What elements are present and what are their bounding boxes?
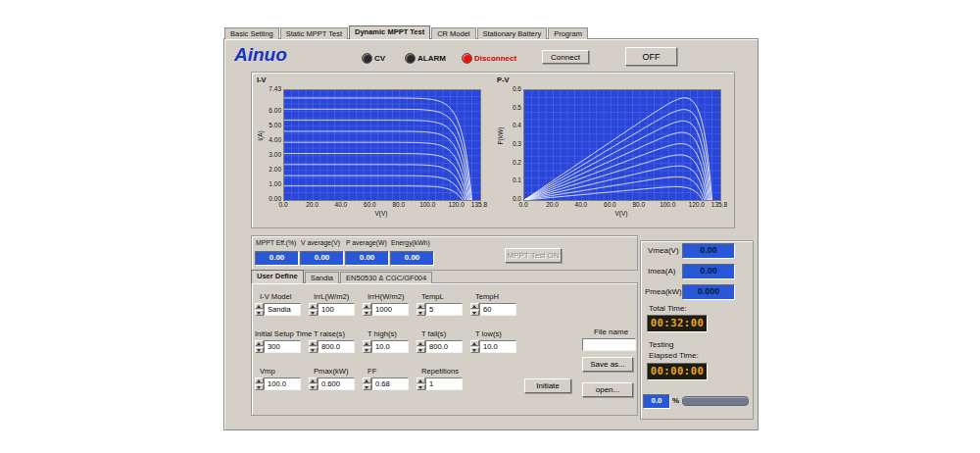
spin-down-icon[interactable]	[416, 347, 425, 353]
tab-user-define[interactable]: User Define	[251, 270, 304, 283]
field-label: T low(s)	[470, 329, 516, 340]
spin-down-icon[interactable]	[363, 310, 371, 316]
y-axis-ticks: 7.436.005.004.003.002.001.000.00	[258, 76, 281, 213]
field-initial-setup-time: Initial Setup Time	[255, 329, 301, 353]
field-templ: TempL	[416, 292, 463, 316]
off-button[interactable]: OFF	[625, 47, 677, 66]
spin-down-icon[interactable]	[416, 384, 425, 390]
tab-en50530[interactable]: EN50530 & CGC/GF004	[340, 272, 432, 283]
x-tick: 60.0	[595, 201, 624, 208]
spinner[interactable]	[470, 303, 479, 316]
spinner[interactable]	[363, 378, 371, 390]
spinner[interactable]	[416, 340, 425, 353]
spin-up-icon[interactable]	[309, 303, 318, 309]
x-tick: 60.0	[355, 201, 384, 208]
open-button[interactable]: open...	[582, 382, 633, 397]
spin-down-icon[interactable]	[309, 310, 318, 316]
spinner[interactable]	[255, 340, 264, 353]
tab-static-mppt-test[interactable]: Static MPPT Test	[280, 27, 348, 39]
field-label: Repetitions	[416, 367, 463, 378]
progress-unit-label: %	[672, 396, 679, 405]
spin-up-icon[interactable]	[416, 303, 425, 309]
spin-down-icon[interactable]	[309, 347, 318, 353]
tab-program[interactable]: Program	[548, 27, 588, 39]
field-repetitions: Repetitions	[416, 367, 463, 390]
spin-down-icon[interactable]	[363, 347, 371, 353]
spin-up-icon[interactable]	[416, 378, 425, 383]
iv-model-input[interactable]	[264, 303, 301, 316]
initiate-button[interactable]: Initiate	[524, 378, 571, 393]
spin-up-icon[interactable]	[470, 340, 479, 346]
total-time-label: Total Time:	[649, 304, 687, 313]
imea-value: 0.00	[682, 264, 735, 279]
field-irrh: IrrH(W/m2)	[363, 292, 409, 316]
spin-up-icon[interactable]	[363, 378, 371, 383]
y-tick: 4.00	[258, 136, 281, 143]
spinner[interactable]	[309, 378, 318, 390]
y-tick: 0.3	[498, 140, 521, 147]
x-tick: 20.0	[537, 201, 566, 208]
spinner[interactable]	[363, 303, 371, 316]
spinner[interactable]	[470, 340, 479, 353]
spin-down-icon[interactable]	[255, 384, 264, 390]
spinner[interactable]	[416, 378, 425, 390]
initial-setup-time-input[interactable]	[264, 340, 301, 353]
mppt-test-button[interactable]: MPPT Test ON	[505, 248, 562, 263]
temph-input[interactable]	[479, 303, 516, 316]
t-low-input[interactable]	[479, 340, 516, 353]
repetitions-input[interactable]	[425, 378, 463, 390]
x-tick: 135.8	[465, 201, 494, 208]
spinner[interactable]	[309, 340, 318, 353]
spin-down-icon[interactable]	[416, 310, 425, 316]
vmp-input[interactable]	[264, 378, 301, 390]
form-row-3: Vmp Pmax(kW) FF Repetitions	[255, 367, 463, 390]
spin-up-icon[interactable]	[309, 378, 318, 383]
spin-down-icon[interactable]	[470, 347, 479, 353]
templ-input[interactable]	[425, 303, 463, 316]
t-high-input[interactable]	[371, 340, 409, 353]
spin-down-icon[interactable]	[309, 384, 318, 390]
spin-down-icon[interactable]	[255, 347, 264, 353]
spin-up-icon[interactable]	[309, 340, 318, 346]
spin-up-icon[interactable]	[363, 303, 371, 309]
t-fall-input[interactable]	[425, 340, 463, 353]
spin-down-icon[interactable]	[363, 384, 371, 390]
field-temph: TempH	[470, 292, 516, 316]
x-tick: 100.0	[413, 201, 442, 208]
spinner[interactable]	[363, 340, 371, 353]
tab-basic-setting[interactable]: Basic Setting	[224, 27, 279, 39]
spin-down-icon[interactable]	[470, 310, 479, 316]
spinner[interactable]	[255, 303, 264, 316]
spinner[interactable]	[309, 303, 318, 316]
t-raise-input[interactable]	[318, 340, 355, 353]
cv-led-label: CV	[374, 54, 385, 63]
save-as-button[interactable]: Save as...	[582, 357, 633, 372]
vmea-label: Vmea(V)	[648, 246, 679, 255]
x-tick: 135.8	[705, 201, 734, 208]
spin-up-icon[interactable]	[255, 340, 264, 346]
spin-up-icon[interactable]	[255, 303, 264, 309]
spin-up-icon[interactable]	[416, 340, 425, 346]
ff-input[interactable]	[371, 378, 409, 390]
y-axis-ticks: 0.60.50.40.30.20.10.0	[498, 76, 521, 213]
connect-button[interactable]: Connect	[542, 50, 589, 64]
tab-dynamic-mppt-test[interactable]: Dynamic MPPT Test	[349, 25, 430, 39]
spin-up-icon[interactable]	[470, 303, 479, 309]
irrh-input[interactable]	[371, 303, 409, 316]
y-tick: 0.2	[498, 159, 521, 166]
tab-cr-model[interactable]: CR Model	[431, 27, 475, 39]
irrl-input[interactable]	[318, 303, 355, 316]
tab-sandia[interactable]: Sandia	[305, 272, 339, 283]
file-name-input[interactable]	[582, 338, 636, 351]
spinner[interactable]	[255, 378, 264, 390]
spin-up-icon[interactable]	[255, 378, 264, 383]
pmax-input[interactable]	[318, 378, 355, 390]
field-label: TempH	[470, 292, 516, 303]
tab-stationary-battery[interactable]: Stationary Battery	[477, 27, 548, 39]
p-average-label: P average(W)	[346, 239, 387, 246]
spinner[interactable]	[416, 303, 425, 316]
spin-up-icon[interactable]	[363, 340, 371, 346]
spin-down-icon[interactable]	[255, 310, 264, 316]
field-label: Vmp	[255, 367, 301, 378]
elapsed-time-label: Elapsed Time:	[649, 351, 699, 360]
